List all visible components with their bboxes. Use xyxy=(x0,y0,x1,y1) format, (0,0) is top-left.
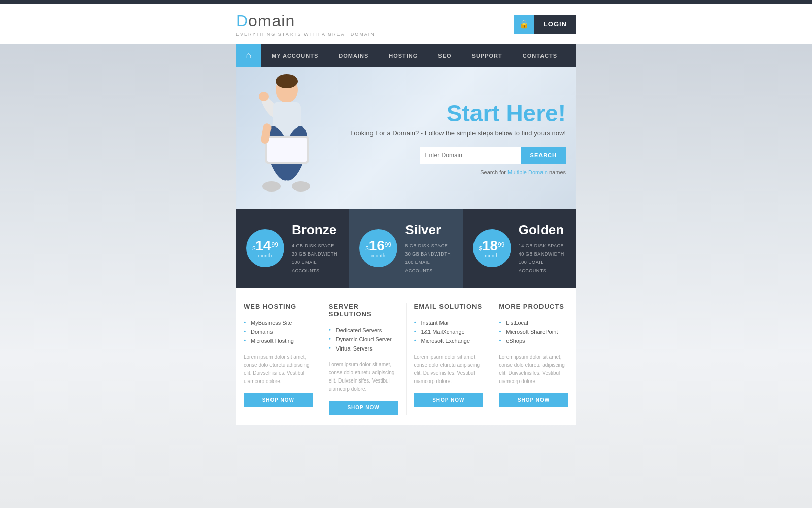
plan-bronze-price: 14 xyxy=(255,239,271,253)
logo-rest: omain xyxy=(248,12,295,30)
feature-title-web-hosting: WEB HOSTING xyxy=(244,303,313,310)
nav-home-button[interactable]: ⌂ xyxy=(236,44,261,67)
plans-section: $ 14 99 month Bronze 4 GB DISK SPACE 20 … xyxy=(236,209,576,288)
shop-now-button-web-hosting[interactable]: SHOP NOW xyxy=(244,393,313,407)
multiple-domain-link[interactable]: Multiple Domain xyxy=(507,169,548,175)
feature-col-email-solutions: EMAIL SOLUTIONS Instant Mail 1&1 MailXch… xyxy=(407,303,492,415)
list-item: Dedicated Servers xyxy=(329,326,398,335)
list-item: Instant Mail xyxy=(414,318,484,327)
plan-bronze-features: 4 GB DISK SPACE 20 GB BANDWIDTH 100 EMAI… xyxy=(292,242,339,275)
hero-text-area: Start Here! Looking For a Domain? - Foll… xyxy=(337,102,576,175)
feature-desc-more-products: Lorem ipsum dolor sit amet, conse dolo e… xyxy=(499,353,568,386)
feature-title-server-solutions: SERVER SOLUTIONS xyxy=(329,303,398,318)
plan-silver-name: Silver xyxy=(405,222,452,238)
header: Domain EVERYTHING STARTS WITH A GREAT DO… xyxy=(0,4,812,44)
lock-icon: 🔒 xyxy=(519,19,529,29)
feature-col-server-solutions: SERVER SOLUTIONS Dedicated Servers Dynam… xyxy=(321,303,407,415)
search-button[interactable]: SEARCH xyxy=(521,147,566,164)
plan-bronze-period: month xyxy=(258,253,273,258)
plan-silver-cents: 99 xyxy=(385,242,391,248)
svg-point-8 xyxy=(292,181,310,192)
plan-golden-price: 18 xyxy=(482,239,498,253)
nav-item-my-accounts[interactable]: MY ACCOUNTS xyxy=(261,44,328,67)
plan-golden-info: Golden 14 GB DISK SPACE 40 GB BANDWIDTH … xyxy=(519,222,566,275)
multiple-suffix: names xyxy=(548,169,566,175)
shop-now-button-more-products[interactable]: SHOP NOW xyxy=(499,393,568,407)
logo-title: Domain xyxy=(236,12,375,30)
top-bar xyxy=(0,0,812,4)
plan-bronze-name: Bronze xyxy=(292,222,339,238)
list-item: Domains xyxy=(244,327,313,336)
nav-bar: ⌂ MY ACCOUNTS DOMAINS HOSTING SEO SUPPOR… xyxy=(236,44,576,67)
plan-golden: $ 18 99 month Golden 14 GB DISK SPACE 40… xyxy=(463,209,576,288)
plan-bronze-badge: $ 14 99 month xyxy=(246,229,284,267)
feature-desc-server-solutions: Lorem ipsum dolor sit amet, conse dolo e… xyxy=(329,361,398,393)
logo-subtitle: EVERYTHING STARTS WITH A GREAT DOMAIN xyxy=(236,31,375,37)
svg-point-1 xyxy=(276,74,298,88)
list-item: eShops xyxy=(499,336,568,345)
svg-point-3 xyxy=(259,92,269,101)
list-item: Microsoft Hosting xyxy=(244,336,313,345)
plan-golden-features: 14 GB DISK SPACE 40 GB BANDWIDTH 100 EMA… xyxy=(519,242,566,275)
feature-list-more-products: ListLocal Microsoft SharePoint eShops xyxy=(499,318,568,345)
list-item: Virtual Servers xyxy=(329,344,398,353)
feature-list-email-solutions: Instant Mail 1&1 MailXchange Microsoft E… xyxy=(414,318,484,345)
list-item: 1&1 MailXchange xyxy=(414,327,484,336)
logo-area: Domain EVERYTHING STARTS WITH A GREAT DO… xyxy=(236,12,375,37)
list-item: ListLocal xyxy=(499,318,568,327)
list-item: Microsoft Exchange xyxy=(414,336,484,345)
domain-search-input[interactable] xyxy=(420,147,521,164)
plan-bronze-info: Bronze 4 GB DISK SPACE 20 GB BANDWIDTH 1… xyxy=(292,222,339,275)
features-section: WEB HOSTING MyBusiness Site Domains Micr… xyxy=(236,288,576,425)
multiple-text: Search for xyxy=(480,169,507,175)
login-area: 🔒 LOGIN xyxy=(514,15,576,34)
main-container: ⌂ MY ACCOUNTS DOMAINS HOSTING SEO SUPPOR… xyxy=(0,44,812,445)
nav-item-seo[interactable]: SEO xyxy=(428,44,461,67)
login-button[interactable]: LOGIN xyxy=(534,15,576,34)
plan-golden-name: Golden xyxy=(519,222,566,238)
shop-now-button-server-solutions[interactable]: SHOP NOW xyxy=(329,401,398,415)
shop-now-button-email-solutions[interactable]: SHOP NOW xyxy=(414,393,484,407)
hero-title: Start Here! xyxy=(337,102,566,125)
plan-silver-features: 8 GB DISK SPACE 30 GB BANDWIDTH 100 EMAI… xyxy=(405,242,452,275)
logo-letter: D xyxy=(236,12,248,30)
nav-item-domains[interactable]: DOMAINS xyxy=(328,44,379,67)
plan-silver-badge: $ 16 99 month xyxy=(359,229,397,267)
plan-silver-price: 16 xyxy=(369,239,385,253)
feature-title-email-solutions: EMAIL SOLUTIONS xyxy=(414,303,484,310)
list-item: MyBusiness Site xyxy=(244,318,313,327)
plan-bronze-cents: 99 xyxy=(271,242,278,248)
search-multiple-link: Search for Multiple Domain names xyxy=(337,169,566,175)
hero-person-image xyxy=(236,67,332,209)
list-item: Microsoft SharePoint xyxy=(499,327,568,336)
feature-desc-email-solutions: Lorem ipsum dolor sit amet, conse dolo e… xyxy=(414,353,484,386)
plan-silver-info: Silver 8 GB DISK SPACE 30 GB BANDWIDTH 1… xyxy=(405,222,452,275)
plan-golden-badge: $ 18 99 month xyxy=(473,229,511,267)
feature-col-more-products: MORE PRODUCTS ListLocal Microsoft ShareP… xyxy=(491,303,576,415)
plan-silver: $ 16 99 month Silver 8 GB DISK SPACE 30 … xyxy=(349,209,462,288)
search-row: SEARCH xyxy=(337,147,566,164)
feature-list-web-hosting: MyBusiness Site Domains Microsoft Hostin… xyxy=(244,318,313,345)
plan-golden-cents: 99 xyxy=(498,242,504,248)
feature-desc-web-hosting: Lorem ipsum dolor sit amet, conse dolo e… xyxy=(244,353,313,386)
home-icon: ⌂ xyxy=(246,50,252,61)
plan-golden-period: month xyxy=(485,253,499,258)
hero-section: Start Here! Looking For a Domain? - Foll… xyxy=(236,67,576,209)
nav-item-contacts[interactable]: CONTACTS xyxy=(513,44,567,67)
nav-item-hosting[interactable]: HOSTING xyxy=(379,44,428,67)
feature-col-web-hosting: WEB HOSTING MyBusiness Site Domains Micr… xyxy=(236,303,321,415)
lock-button[interactable]: 🔒 xyxy=(514,15,534,34)
nav-item-support[interactable]: SUPPORT xyxy=(462,44,513,67)
content-wrapper: ⌂ MY ACCOUNTS DOMAINS HOSTING SEO SUPPOR… xyxy=(236,44,576,425)
list-item: Dynamic Cloud Server xyxy=(329,335,398,344)
svg-rect-10 xyxy=(267,138,307,162)
plan-silver-period: month xyxy=(371,253,386,258)
feature-list-server-solutions: Dedicated Servers Dynamic Cloud Server V… xyxy=(329,326,398,353)
hero-subtitle: Looking For a Domain? - Follow the simpl… xyxy=(337,129,566,137)
plan-bronze: $ 14 99 month Bronze 4 GB DISK SPACE 20 … xyxy=(236,209,349,288)
feature-title-more-products: MORE PRODUCTS xyxy=(499,303,568,310)
svg-point-7 xyxy=(262,181,281,192)
